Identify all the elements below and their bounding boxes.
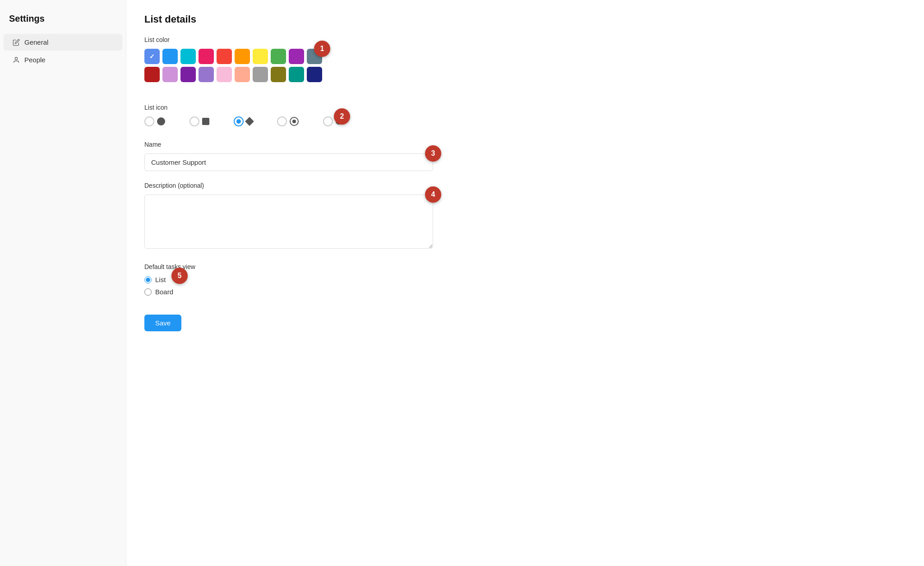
sidebar: Settings General People — [0, 0, 126, 566]
color-swatch-light-blue[interactable] — [162, 49, 178, 64]
person-icon — [13, 56, 20, 64]
color-palette-wrapper: 1 — [144, 49, 322, 95]
desc-section-label: Description (optional) — [144, 182, 906, 189]
color-swatch-grey[interactable] — [253, 67, 268, 82]
name-input-wrapper: 3 — [144, 153, 433, 171]
icon-section: List icon — [144, 104, 906, 128]
icon-option-circle[interactable] — [144, 116, 165, 126]
tasks-board-radio[interactable] — [144, 288, 152, 296]
color-swatch-cyan[interactable] — [180, 49, 196, 64]
icon-target-inner — [292, 120, 296, 123]
page-title: List details — [144, 14, 906, 25]
desc-input[interactable] — [144, 195, 433, 249]
svg-point-0 — [15, 57, 17, 60]
sidebar-item-general-label: General — [24, 38, 48, 46]
icon-radio-diamond — [234, 116, 244, 126]
icon-radio-ring — [323, 116, 333, 126]
color-swatch-light-pink[interactable] — [217, 67, 232, 82]
icon-wrapper: 2 — [144, 116, 342, 126]
sidebar-item-people[interactable]: People — [4, 51, 122, 68]
color-section-label: List color — [144, 36, 906, 43]
color-swatch-purple[interactable] — [289, 49, 304, 64]
color-swatch-dark-red[interactable] — [144, 67, 160, 82]
icon-option-target[interactable] — [277, 116, 299, 126]
icon-ring-shape — [336, 118, 342, 125]
name-section: Name 3 — [144, 141, 906, 171]
color-row-1 — [144, 49, 322, 64]
color-swatch-pink[interactable] — [199, 49, 214, 64]
color-palette — [144, 49, 322, 82]
icon-option-ring[interactable] — [323, 116, 342, 126]
icon-radio-target — [277, 116, 287, 126]
color-swatch-dark-purple[interactable] — [180, 67, 196, 82]
tasks-section-label: Default tasks view — [144, 263, 906, 270]
sidebar-title: Settings — [0, 9, 126, 33]
tasks-list-label: List — [155, 276, 166, 283]
color-swatch-light-purple[interactable] — [162, 67, 178, 82]
icon-radio-square — [189, 116, 199, 126]
color-swatch-orange[interactable] — [235, 49, 250, 64]
desc-section: Description (optional) 4 — [144, 182, 906, 251]
tasks-board-label: Board — [155, 288, 173, 296]
desc-input-wrapper: 4 — [144, 195, 433, 251]
icon-square-shape — [202, 118, 209, 125]
pencil-icon — [13, 39, 20, 46]
icon-circle-shape — [157, 117, 165, 125]
icon-option-square[interactable] — [189, 116, 209, 126]
color-swatch-blue-grey[interactable] — [307, 49, 322, 64]
tasks-option-list[interactable]: List — [144, 276, 173, 283]
icon-option-diamond[interactable] — [234, 116, 253, 126]
color-swatch-red[interactable] — [217, 49, 232, 64]
icon-radio-circle — [144, 116, 154, 126]
color-swatch-light-orange[interactable] — [235, 67, 250, 82]
name-section-label: Name — [144, 141, 906, 148]
tasks-options-wrapper: List Board 5 — [144, 276, 173, 300]
tasks-section: Default tasks view List Board 5 — [144, 263, 906, 300]
color-swatch-dark-navy[interactable] — [307, 67, 322, 82]
icon-section-label: List icon — [144, 104, 906, 111]
sidebar-item-people-label: People — [24, 56, 46, 64]
color-swatch-blue-selected[interactable] — [144, 49, 160, 64]
color-row-2 — [144, 67, 322, 82]
color-swatch-teal[interactable] — [289, 67, 304, 82]
name-input[interactable] — [144, 153, 433, 171]
icon-target-shape — [290, 117, 299, 126]
icon-radio-diamond-inner — [236, 119, 241, 124]
tasks-option-board[interactable]: Board — [144, 288, 173, 296]
sidebar-item-general[interactable]: General — [4, 34, 122, 51]
color-swatch-olive[interactable] — [271, 67, 286, 82]
save-button[interactable]: Save — [144, 315, 181, 331]
icon-diamond-shape — [245, 117, 254, 126]
main-content: List details List color — [126, 0, 924, 566]
icon-row — [144, 116, 342, 126]
color-swatch-yellow[interactable] — [253, 49, 268, 64]
color-swatch-green[interactable] — [271, 49, 286, 64]
color-swatch-medium-purple[interactable] — [199, 67, 214, 82]
tasks-list-radio[interactable] — [144, 276, 152, 283]
